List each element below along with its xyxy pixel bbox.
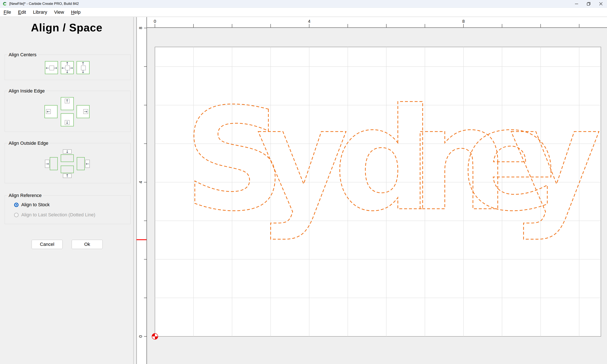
menu-file[interactable]: File <box>4 10 11 15</box>
ok-button[interactable]: Ok <box>72 240 103 249</box>
menu-bar: File Edit Library View Help <box>0 8 607 17</box>
arrow-down-icon: ↓ <box>65 120 69 125</box>
align-reference-label: Align Reference <box>7 193 43 198</box>
cursor-y-indicator <box>136 239 146 240</box>
arrow-right-icon: → <box>84 110 88 114</box>
menu-library[interactable]: Library <box>33 10 47 15</box>
panel-splitter[interactable] <box>134 17 136 364</box>
align-inside-top-button[interactable]: ↑ <box>61 97 74 110</box>
arrow-left-icon: ← <box>86 162 89 166</box>
ruler-x-label-4: 4 <box>308 19 310 24</box>
arrow-left-icon: ← <box>46 66 49 70</box>
align-inside-edge-group: Align Inside Edge ↑ ← → ↓ <box>5 91 131 132</box>
outside-top-target-rect <box>61 154 74 162</box>
radio-selected-icon[interactable] <box>14 203 19 207</box>
arrow-down-icon: ↓ <box>65 150 69 154</box>
app-icon <box>2 1 7 6</box>
outside-right-target-rect <box>77 157 85 170</box>
align-reference-group: Align Reference Align to Stock Align to … <box>5 195 131 224</box>
design-letter-y2[interactable]: y <box>509 78 602 242</box>
menu-help[interactable]: Help <box>71 10 80 15</box>
ruler-y-label-8: 8 <box>138 27 143 29</box>
outside-bottom-target-rect <box>61 166 74 173</box>
align-center-horizontal-button[interactable]: ← → <box>45 61 58 74</box>
align-centers-label: Align Centers <box>7 52 38 57</box>
align-outside-left-button[interactable]: → <box>45 160 50 168</box>
origin-marker[interactable] <box>152 333 158 339</box>
align-outside-right-button[interactable]: ← <box>85 160 90 168</box>
design-text-sydney[interactable]: S y d n e y <box>184 78 602 242</box>
ruler-y-label-4: 4 <box>138 181 143 183</box>
arrow-right-icon: → <box>45 162 49 166</box>
radio-align-to-stock-label: Align to Stock <box>21 202 50 208</box>
close-icon <box>599 2 603 6</box>
arrow-left-icon: ← <box>61 66 65 70</box>
ruler-y-label-0: 0 <box>138 335 143 338</box>
radio-align-to-stock[interactable]: Align to Stock <box>14 202 50 208</box>
arrow-up-icon: ↑ <box>81 62 85 65</box>
menu-edit[interactable]: Edit <box>18 10 26 15</box>
outside-left-target-rect <box>50 157 58 170</box>
arrow-left-icon: ← <box>47 110 50 114</box>
align-outside-edge-group: Align Outside Edge ↓ → ← ↑ <box>5 143 131 183</box>
arrow-up-icon: ↑ <box>65 174 69 178</box>
align-center-vertical-button[interactable]: ↑ ↓ <box>77 61 90 74</box>
window-controls <box>570 0 607 8</box>
align-outside-top-button[interactable]: ↓ <box>63 149 72 154</box>
ruler-x-label-8: 8 <box>462 19 465 24</box>
arrow-down-icon: ↓ <box>65 70 69 74</box>
arrow-down-icon: ↓ <box>81 70 85 74</box>
design-canvas[interactable]: 0 4 8 8 4 0 S y d n e y <box>136 17 607 364</box>
ruler-x-label-0: 0 <box>154 19 156 24</box>
align-center-both-button[interactable]: ← → ↑ ↓ <box>61 61 74 74</box>
title-bar: [NewFile]* - Carbide Create PRO, Build 8… <box>0 0 607 8</box>
restore-icon <box>587 2 591 6</box>
align-inside-right-button[interactable]: → <box>77 105 90 118</box>
arrow-right-icon: → <box>53 66 57 70</box>
minimize-icon <box>575 2 578 6</box>
radio-align-to-last-selection[interactable]: Align to Last Selection (Dotted Line) <box>14 212 95 218</box>
align-inside-edge-label: Align Inside Edge <box>7 88 46 94</box>
carbide-create-window: { "window": { "title": "[NewFile]* - Car… <box>0 0 607 364</box>
cancel-button[interactable]: Cancel <box>32 240 63 249</box>
menu-view[interactable]: View <box>54 10 64 15</box>
radio-align-to-last-selection-label: Align to Last Selection (Dotted Line) <box>21 212 95 218</box>
design-canvas-area[interactable]: 0 4 8 8 4 0 S y d n e y <box>136 17 607 364</box>
align-centers-group: Align Centers ← → ← → ↑ ↓ ↑ ↓ <box>5 54 131 80</box>
align-space-panel: Align / Space Align Centers ← → ← → ↑ ↓ … <box>0 17 134 364</box>
align-inside-bottom-button[interactable]: ↓ <box>61 113 74 126</box>
close-button[interactable] <box>595 0 607 8</box>
align-outside-bottom-button[interactable]: ↑ <box>63 174 72 178</box>
vertical-ruler <box>136 17 147 364</box>
panel-title: Align / Space <box>0 21 133 34</box>
minimize-button[interactable] <box>570 0 582 8</box>
arrow-up-icon: ↑ <box>65 62 69 65</box>
align-inside-left-button[interactable]: ← <box>44 105 58 118</box>
radio-unselected-icon[interactable] <box>14 213 19 217</box>
restore-button[interactable] <box>582 0 595 8</box>
arrow-right-icon: → <box>69 66 73 70</box>
align-outside-edge-label: Align Outside Edge <box>7 141 50 146</box>
window-title: [NewFile]* - Carbide Create PRO, Build 8… <box>9 2 79 6</box>
horizontal-ruler <box>146 17 607 28</box>
arrow-up-icon: ↑ <box>65 99 69 103</box>
